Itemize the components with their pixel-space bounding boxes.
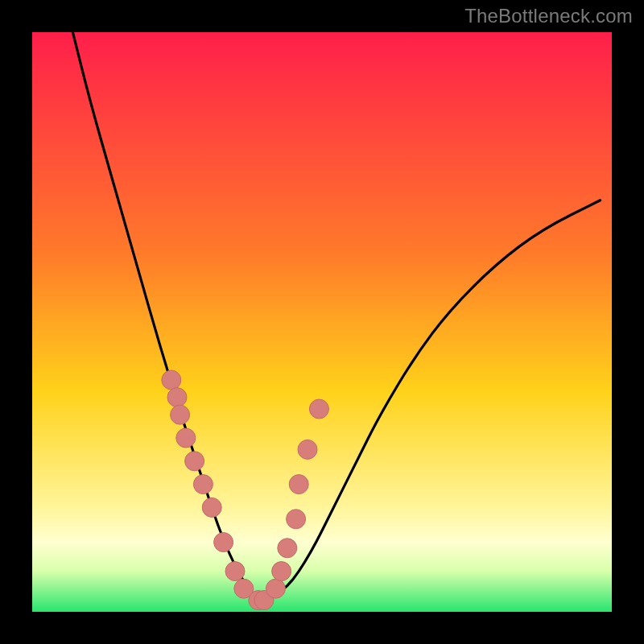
marker-point bbox=[225, 562, 245, 581]
marker-point bbox=[171, 405, 190, 424]
marker-point bbox=[266, 579, 285, 598]
marker-point bbox=[185, 452, 204, 471]
marker-point bbox=[278, 539, 297, 558]
curve-layer bbox=[32, 32, 612, 612]
chart-frame: TheBottleneck.com bbox=[0, 0, 644, 644]
marker-point bbox=[214, 533, 233, 552]
highlight-markers bbox=[162, 370, 329, 610]
bottleneck-curve bbox=[72, 32, 600, 598]
watermark-label: TheBottleneck.com bbox=[464, 5, 633, 27]
plot-area bbox=[32, 32, 612, 612]
marker-point bbox=[287, 510, 306, 529]
marker-point bbox=[167, 388, 187, 407]
marker-point bbox=[298, 440, 317, 459]
marker-point bbox=[176, 428, 196, 448]
marker-point bbox=[193, 475, 213, 494]
marker-point bbox=[272, 562, 291, 581]
marker-point bbox=[309, 399, 328, 419]
marker-point bbox=[289, 475, 308, 494]
marker-point bbox=[202, 497, 221, 517]
marker-point bbox=[162, 370, 181, 390]
